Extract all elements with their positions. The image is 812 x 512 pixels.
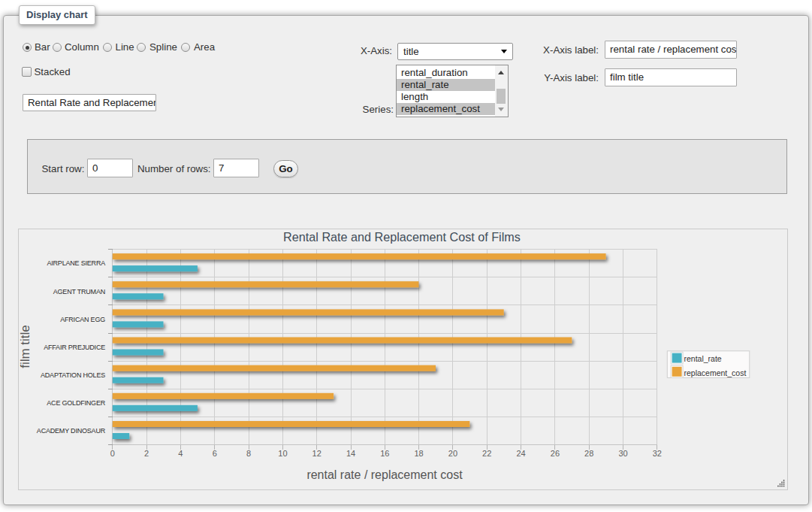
svg-text:20: 20 [448, 449, 457, 458]
svg-text:0: 0 [110, 449, 115, 458]
svg-text:replacement_cost: replacement_cost [684, 368, 747, 377]
svg-text:film title: film title [19, 325, 32, 368]
svg-text:32: 32 [653, 449, 662, 458]
svg-text:28: 28 [584, 449, 593, 458]
svg-text:30: 30 [618, 449, 627, 458]
svg-text:AGENT TRUMAN: AGENT TRUMAN [53, 288, 105, 295]
svg-text:24: 24 [516, 449, 525, 458]
svg-text:AIRPLANE SIERRA: AIRPLANE SIERRA [47, 259, 105, 267]
svg-text:10: 10 [278, 449, 287, 458]
svg-text:16: 16 [380, 449, 389, 458]
svg-text:Rental Rate and Replacement Co: Rental Rate and Replacement Cost of Film… [283, 230, 521, 244]
svg-text:2: 2 [144, 449, 149, 458]
svg-text:26: 26 [551, 449, 560, 458]
svg-text:ADAPTATION HOLES: ADAPTATION HOLES [41, 371, 105, 379]
svg-text:AFFAIR PREJUDICE: AFFAIR PREJUDICE [44, 344, 105, 351]
svg-text:22: 22 [482, 449, 491, 458]
svg-text:4: 4 [178, 449, 183, 458]
svg-text:rental_rate: rental_rate [684, 354, 722, 363]
svg-text:AFRICAN EGG: AFRICAN EGG [60, 316, 105, 323]
svg-text:rental rate / replacement cost: rental rate / replacement cost [306, 468, 463, 481]
svg-text:12: 12 [312, 449, 321, 458]
svg-text:14: 14 [346, 449, 355, 458]
svg-text:8: 8 [246, 449, 251, 458]
svg-text:18: 18 [414, 449, 423, 458]
svg-text:ACADEMY DINOSAUR: ACADEMY DINOSAUR [37, 427, 106, 435]
svg-text:6: 6 [213, 449, 217, 458]
svg-text:ACE GOLDFINGER: ACE GOLDFINGER [47, 399, 105, 407]
